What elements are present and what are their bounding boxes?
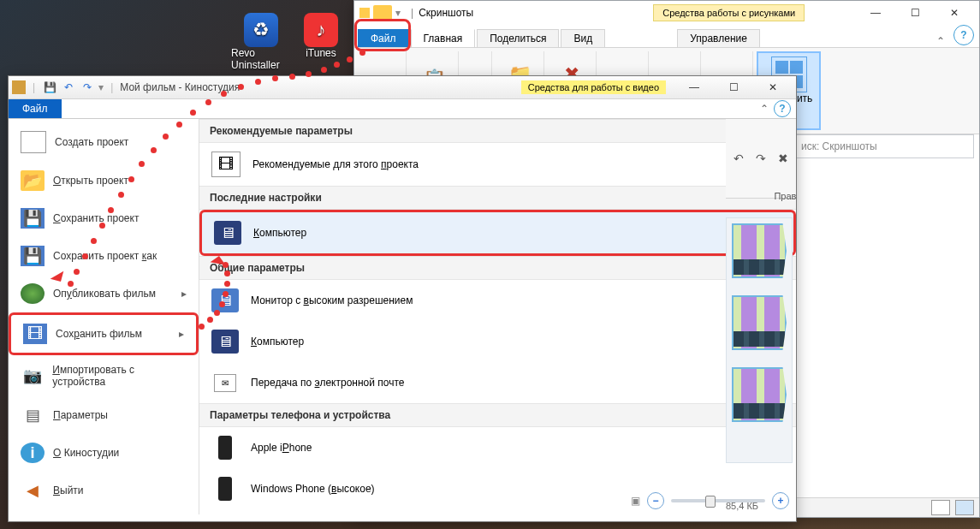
menu-import-device[interactable]: 📷 Импортировать с устройства (9, 355, 199, 396)
file-menu: Создать проект 📂 Открыть проект 💾 Сохран… (9, 119, 199, 514)
timeline-clips[interactable] (726, 217, 793, 463)
moviemaker-window: | 💾 ↶ ↷ ▾ | Мой фильм - Киностудия Средс… (8, 75, 797, 522)
fit-view-icon[interactable]: ▣ (631, 495, 640, 507)
opt-label: Apple iPhone (251, 442, 312, 454)
tab-file[interactable]: Файл (358, 29, 409, 47)
qat-dropdown-icon[interactable]: ▾ (395, 7, 401, 19)
phone-icon (211, 477, 239, 501)
opt-label: Передача по электронной почте (251, 377, 405, 389)
opt-label: Windows Phone (высокое) (251, 483, 375, 495)
zoom-thumb[interactable] (705, 496, 716, 508)
opt-label: Рекомендуемые для этого проекта (252, 158, 419, 170)
menu-save-project-as[interactable]: 💾 Сохранить проект как (9, 237, 199, 275)
save-movie-submenu: Рекомендуемые параметры 🎞 Рекомендуемые … (199, 119, 796, 514)
menu-about[interactable]: i О Киностудии (9, 434, 199, 472)
opt-wp-low[interactable]: Windows Phone (низкое) (199, 509, 796, 514)
rotate-right-icon[interactable]: ↷ (751, 149, 770, 168)
folder-small-icon (359, 8, 370, 18)
maximize-button[interactable]: ☐ (895, 1, 935, 25)
menu-label: Параметры (53, 409, 108, 421)
tab-view[interactable]: Вид (561, 29, 605, 47)
search-placeholder: иск: Скриншоты (801, 140, 877, 152)
delete-clip-icon[interactable]: ✖ (774, 149, 793, 168)
iphone-icon (211, 436, 239, 460)
opt-label: Компьютер (253, 227, 306, 239)
menu-label: Сохранить проект (53, 212, 139, 224)
ribbon-collapse-icon[interactable]: ⌃ (760, 103, 769, 115)
menu-label: Сохранить проект как (53, 250, 157, 262)
window-title: Мой фильм - Киностудия (120, 81, 240, 93)
contextual-tab-video[interactable]: Средства для работы с видео (521, 80, 666, 94)
rotate-left-icon[interactable]: ↶ (729, 149, 748, 168)
clip-thumbnail[interactable] (732, 295, 787, 350)
menu-label: О Киностудии (53, 447, 119, 459)
film-doc-icon: 🎞 (211, 152, 241, 177)
film-icon: 🎞 (23, 324, 47, 344)
section-common: Общие параметры (199, 256, 796, 280)
menu-create-project[interactable]: Создать проект (9, 122, 199, 162)
expand-ribbon-icon[interactable]: ⌃ (936, 35, 945, 47)
close-button[interactable]: ✕ (935, 1, 974, 25)
zoom-track[interactable] (671, 499, 765, 502)
opt-computer[interactable]: 🖥 Компьютер (199, 321, 796, 362)
zoom-in-button[interactable]: + (772, 492, 789, 509)
menu-label: Создать проект (55, 136, 128, 148)
thumbnails-view-icon[interactable] (955, 500, 974, 515)
itunes-icon: ♪ (304, 13, 338, 47)
minimize-button[interactable]: — (674, 75, 714, 99)
zoom-out-button[interactable]: − (647, 492, 664, 509)
opt-iphone[interactable]: Apple iPhone (199, 427, 796, 468)
save-icon[interactable]: 💾 (42, 80, 57, 95)
opt-label: Монитор с высоким разрешением (251, 294, 413, 306)
menu-publish-movie[interactable]: Опубликовать фильм ▸ (9, 275, 199, 312)
search-input[interactable]: иск: Скриншоты (795, 134, 974, 158)
file-tab[interactable]: Файл (9, 99, 62, 118)
menu-exit[interactable]: ◀ Выйти (9, 472, 199, 509)
desktop-icon-label: Revo Uninstaller (231, 47, 291, 71)
desktop-icon-itunes[interactable]: ♪ iTunes (291, 13, 351, 59)
globe-icon (21, 283, 45, 304)
section-recommended: Рекомендуемые параметры (199, 119, 796, 143)
help-icon[interactable]: ? (953, 25, 974, 45)
menu-save-project[interactable]: 💾 Сохранить проект (9, 199, 199, 237)
menu-label: Сохранить фильм (56, 328, 142, 340)
monitor-hd-icon: 🖥 (211, 288, 239, 312)
menu-label: Опубликовать фильм (53, 288, 156, 300)
contextual-tab-images[interactable]: Средства работы с рисунками (653, 4, 805, 21)
monitor-icon: 🖥 (211, 330, 239, 354)
opt-email[interactable]: ✉ Передача по электронной почте (199, 362, 796, 403)
tab-home[interactable]: Главная (411, 29, 476, 47)
save-as-icon: 💾 (21, 246, 45, 266)
tab-share[interactable]: Поделиться (477, 29, 559, 47)
exit-icon: ◀ (21, 480, 45, 501)
blank-doc-icon (21, 131, 46, 153)
clip-thumbnail[interactable] (732, 223, 787, 278)
menu-save-movie[interactable]: 🎞 Сохранить фильм ▸ (9, 312, 199, 355)
tab-manage[interactable]: Управление (677, 29, 760, 47)
camera-icon: 📷 (21, 366, 44, 386)
desktop-icon-label: iTunes (306, 47, 336, 59)
close-button[interactable]: ✕ (753, 75, 793, 99)
opt-recommended-project[interactable]: 🎞 Рекомендуемые для этого проекта (199, 143, 796, 186)
info-icon: i (21, 443, 45, 463)
help-icon[interactable]: ? (774, 100, 791, 117)
menu-open-project[interactable]: 📂 Открыть проект (9, 162, 199, 199)
opt-computer-recent[interactable]: 🖥 Компьютер (199, 210, 796, 256)
group-edit-label: Правка (726, 191, 796, 201)
redo-icon[interactable]: ↷ (80, 80, 95, 95)
menu-params[interactable]: ▤ Параметры (9, 396, 199, 434)
minimize-button[interactable]: — (856, 1, 895, 25)
desktop-icon-revo[interactable]: ♻ Revo Uninstaller (231, 13, 291, 71)
app-icon (12, 80, 26, 94)
clip-thumbnail[interactable] (732, 367, 787, 422)
opt-highres-monitor[interactable]: 🖥 Монитор с высоким разрешением (199, 280, 796, 321)
mm-ribbon-right: ↶ ↷ ✖ ☁ 🎞 Сохранитьфильм ▾ 👤 Войти (726, 119, 796, 199)
details-view-icon[interactable] (931, 500, 950, 515)
section-recent: Последние настройки (199, 186, 796, 210)
undo-icon[interactable]: ↶ (61, 80, 76, 95)
opt-label: Компьютер (251, 336, 304, 348)
chevron-right-icon: ▸ (179, 328, 184, 340)
mail-icon: ✉ (211, 371, 239, 395)
qat-dropdown-icon[interactable]: ▾ (98, 81, 104, 93)
maximize-button[interactable]: ☐ (714, 75, 753, 99)
